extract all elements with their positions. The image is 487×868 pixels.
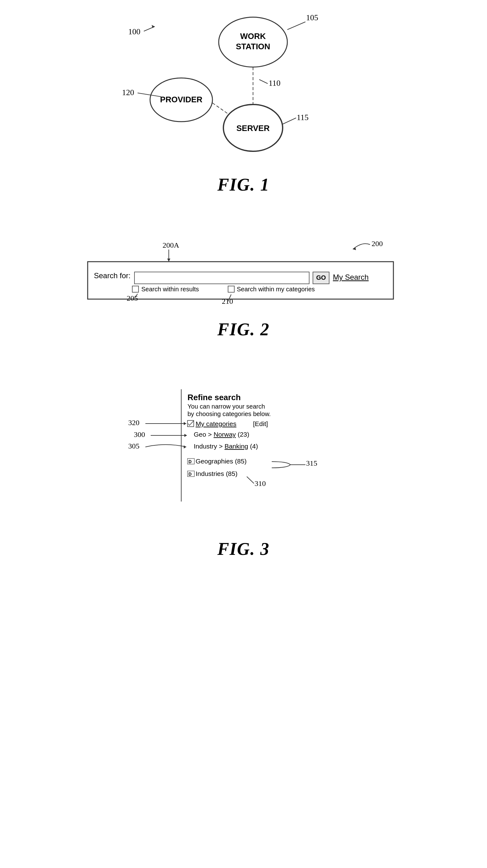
label-105: 105: [306, 13, 318, 22]
svg-line-4: [259, 80, 268, 84]
svg-line-9: [283, 118, 296, 124]
checkbox1-label-static: Search within results: [141, 286, 199, 292]
my-search-link-static[interactable]: My Search: [333, 273, 369, 281]
fig3-diagram-svg: Refine search You can narrow your search…: [88, 383, 400, 523]
svg-marker-26: [184, 434, 187, 437]
refine-subtitle-2: by choosing categories below.: [187, 410, 271, 417]
fig1-title: FIG. 1: [0, 175, 487, 195]
edit-label[interactable]: [Edit]: [253, 420, 268, 427]
workstation-label2: STATION: [236, 42, 270, 51]
geo-norway-label: Geo > Norway (23): [194, 431, 249, 438]
svg-rect-17: [132, 286, 139, 292]
label-200a: 200A: [162, 241, 179, 249]
ind-folder-icon: D: [188, 472, 191, 476]
label-200: 200: [371, 240, 383, 248]
fig3-title: FIG. 3: [0, 539, 487, 578]
fig1-section: 100 105 WORK STATION 110 120 PROVIDER 11…: [0, 6, 487, 168]
label-120: 120: [122, 88, 134, 97]
my-categories-label[interactable]: My categories: [195, 420, 237, 427]
svg-line-31: [247, 476, 254, 484]
industries-label: Industries (85): [195, 470, 237, 477]
svg-line-2: [287, 22, 305, 30]
fig1-diagram: 100 105 WORK STATION 110 120 PROVIDER 11…: [103, 6, 384, 168]
label-310: 310: [254, 479, 266, 488]
go-button-static[interactable]: GO: [316, 274, 326, 281]
refine-title: Refine search: [187, 393, 241, 402]
svg-marker-24: [184, 422, 186, 425]
svg-line-6: [138, 93, 161, 97]
fig2-annotation-svg: 200A 200 Search for: GO My Search Search…: [72, 238, 415, 307]
refine-subtitle-1: You can narrow your search: [187, 403, 265, 410]
provider-label: PROVIDER: [160, 95, 203, 104]
checkbox2-label-static: Search within my categories: [237, 286, 315, 292]
industry-banking-label: Industry > Banking (4): [194, 442, 258, 450]
svg-line-8: [212, 103, 228, 114]
label-110: 110: [269, 79, 280, 88]
label-210: 210: [222, 297, 233, 305]
label-315: 315: [306, 459, 317, 467]
label-305: 305: [128, 442, 140, 450]
svg-marker-27: [184, 445, 186, 448]
label-100: 100: [128, 27, 141, 36]
label-115: 115: [297, 113, 309, 122]
geographies-label: Geographies (85): [195, 458, 246, 465]
svg-rect-15: [134, 272, 309, 284]
label-300: 300: [134, 430, 145, 438]
fig2-title: FIG. 2: [0, 319, 487, 339]
fig3-section: Refine search You can narrow your search…: [0, 383, 487, 578]
server-label: SERVER: [236, 124, 270, 133]
geo-folder-icon: D: [188, 459, 191, 464]
fig2-section: 200A 200 Search for: GO My Search Search…: [0, 238, 487, 339]
workstation-label: WORK: [240, 31, 266, 41]
label-320: 320: [128, 418, 140, 427]
svg-rect-18: [228, 286, 234, 292]
search-for-static: Search for:: [94, 271, 130, 280]
